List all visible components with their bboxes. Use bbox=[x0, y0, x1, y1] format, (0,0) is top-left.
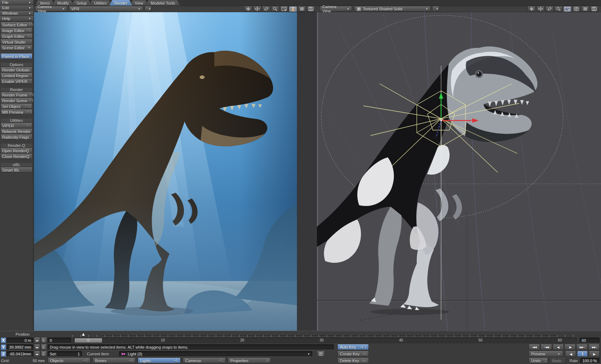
go-to-end-button[interactable]: ▶▶| bbox=[588, 344, 600, 350]
opengl-shaded-viewport[interactable] bbox=[317, 12, 601, 331]
mode-objects-button[interactable]: Objects+O bbox=[48, 358, 91, 363]
z-nudge-stepper[interactable]: ◀▶ bbox=[34, 351, 40, 357]
sidebar-item-image-editor[interactable]: Image EditorF6 bbox=[0, 28, 33, 33]
menu-help[interactable]: Help▼ bbox=[0, 16, 33, 21]
current-frame-marker-icon[interactable] bbox=[82, 333, 85, 336]
camera-button[interactable] bbox=[289, 6, 297, 12]
set-field[interactable]: Set: 1 bbox=[48, 351, 82, 357]
next-key-button[interactable]: ▶▶+ bbox=[576, 344, 587, 350]
right-render-mode-dropdown[interactable]: T Textured Shaded Solid ▼ bbox=[354, 6, 431, 11]
section-header-options: Options bbox=[0, 62, 33, 67]
current-frame-field[interactable]: 0 bbox=[48, 338, 71, 343]
timeline-slider[interactable]: 0102030405060 0 bbox=[73, 338, 577, 343]
sidebar-item-smart-ibl[interactable]: Smart IBL bbox=[0, 167, 33, 173]
sidebar-item-render-scene[interactable]: Render SceneF10 bbox=[0, 98, 33, 103]
pan-button[interactable] bbox=[244, 6, 252, 12]
rate-field[interactable]: 100.0 % bbox=[580, 358, 600, 364]
tab-setup[interactable]: Setup bbox=[71, 0, 92, 6]
end-frame-field[interactable]: 60 bbox=[580, 338, 600, 343]
transport-controls: |◀◀+◀◀◀||||▶▶▶+▶▶| bbox=[529, 344, 600, 350]
sidebar-item-sel-object[interactable]: Sel ObjectF11 bbox=[0, 104, 33, 109]
timeline-scrubber-handle[interactable]: 0 bbox=[74, 338, 102, 343]
sidebar-item-mb-preview[interactable]: MB Preview+F9 bbox=[0, 109, 33, 115]
sidebar-item-open-renderq[interactable]: Open RenderQ bbox=[0, 148, 33, 153]
x-envelope-button[interactable]: E bbox=[41, 338, 47, 343]
sidebar-item-enable-viper[interactable]: Enable VIPER bbox=[0, 79, 33, 84]
zoom-button[interactable] bbox=[554, 6, 562, 12]
save-button[interactable] bbox=[307, 6, 315, 12]
zoom-button[interactable] bbox=[271, 6, 279, 12]
menu-file[interactable]: File▼ bbox=[0, 0, 33, 5]
timeline-ticks[interactable] bbox=[73, 335, 577, 337]
right-view-type-dropdown[interactable]: Camera View ▼ bbox=[320, 6, 352, 11]
tab-modeler-tools[interactable]: Modeler Tools bbox=[146, 0, 180, 6]
sidebar-item-network-render[interactable]: Network Render bbox=[0, 129, 33, 134]
left-view-type-dropdown[interactable]: Camera View ▼ bbox=[35, 6, 67, 11]
go-to-start-button[interactable]: |◀◀ bbox=[529, 344, 540, 350]
move-button[interactable] bbox=[537, 6, 544, 12]
z-envelope-button[interactable]: E bbox=[41, 351, 47, 357]
rotate-button[interactable] bbox=[546, 6, 553, 12]
auto-key-shortcut: +F1 bbox=[358, 345, 366, 349]
rotate-button[interactable] bbox=[262, 6, 270, 12]
sidebar-item-render-frame[interactable]: Render FrameF9 bbox=[0, 92, 33, 98]
move-button[interactable] bbox=[253, 6, 261, 12]
delete-key-button[interactable]: Delete Key del bbox=[337, 358, 369, 364]
tab-view[interactable]: View bbox=[130, 0, 148, 6]
mode-bones-button[interactable]: Bones+B bbox=[93, 358, 136, 363]
menu-button[interactable] bbox=[298, 6, 306, 12]
left-viewport-options-dropdown[interactable]: ▼ bbox=[145, 6, 152, 11]
play-reverse-button[interactable]: ◀ bbox=[565, 351, 576, 357]
sidebar-item-graph-editor[interactable]: Graph Editor^F2 bbox=[0, 34, 33, 39]
sidebar-item-radiosity-flags[interactable]: Radiosity Flags bbox=[0, 134, 33, 140]
set-value: 1 bbox=[78, 352, 80, 356]
menu-windows[interactable]: Windows▼ bbox=[0, 11, 33, 16]
y-envelope-button[interactable]: E bbox=[41, 344, 47, 350]
sidebar-item-render-globals[interactable]: Render Globals bbox=[0, 67, 33, 73]
sidebar-item-scene-editor[interactable]: Scene Editor▼ bbox=[0, 45, 33, 50]
right-viewport-options-dropdown[interactable]: ▼ bbox=[432, 6, 439, 11]
sidebar-item-viper[interactable]: VIPERF7 bbox=[0, 123, 33, 128]
item-properties-button[interactable] bbox=[317, 351, 325, 357]
menu-edit[interactable]: Edit▼ bbox=[0, 5, 33, 11]
sidebar-item-label: Limited Region bbox=[2, 74, 28, 78]
sidebar-item-limited-region[interactable]: Limited Regionl bbox=[0, 73, 33, 78]
vpr-render-viewport[interactable] bbox=[34, 12, 317, 331]
tab-utilities[interactable]: Utilities bbox=[89, 0, 112, 6]
next-frame-button[interactable]: ||▶ bbox=[565, 344, 576, 350]
mode-lights-button[interactable]: Lights+L bbox=[138, 358, 181, 363]
sidebar-item-close-renderq[interactable]: Close RenderQ bbox=[0, 154, 33, 159]
pan-button[interactable] bbox=[528, 6, 536, 12]
mode-properties-button[interactable]: Propertiesp bbox=[228, 358, 271, 363]
sidebar-item-shortcut: F6 bbox=[24, 29, 31, 33]
previous-key-button[interactable]: +◀◀ bbox=[541, 344, 552, 350]
expand-button[interactable] bbox=[280, 6, 288, 12]
sidebar-item-surface-editor[interactable]: Surface EditorF5 bbox=[0, 22, 33, 28]
pause-button[interactable]: || bbox=[577, 351, 588, 357]
auto-key-button[interactable]: Auto Key +F1 bbox=[337, 344, 369, 350]
left-render-mode-dropdown[interactable]: VPR ▼ bbox=[69, 6, 143, 11]
y-nudge-stepper[interactable]: ◀▶ bbox=[34, 344, 40, 350]
current-item-dropdown[interactable]: Light (3) ▼ bbox=[119, 351, 312, 357]
axis-x-toggle[interactable]: X bbox=[1, 338, 6, 343]
x-nudge-stepper[interactable]: ◀▶ bbox=[34, 338, 40, 343]
sidebar-item-virtual-studio[interactable]: Virtual Studio bbox=[0, 39, 33, 45]
mode-cameras-button[interactable]: Cameras+C bbox=[183, 358, 226, 363]
position-y-field[interactable]: 39.9992 mm bbox=[7, 344, 33, 350]
redo-button[interactable]: Redo bbox=[549, 358, 566, 364]
camera-button[interactable] bbox=[572, 6, 580, 12]
sidebar-item-parent-in-place[interactable]: Parent in Place bbox=[0, 54, 33, 59]
axis-y-toggle[interactable]: Y bbox=[1, 344, 6, 350]
undo-button[interactable]: Undo ^Z bbox=[529, 358, 548, 364]
menu-button[interactable] bbox=[581, 6, 589, 12]
expand-button[interactable] bbox=[563, 6, 571, 12]
preview-dropdown[interactable]: Preview ▼ bbox=[529, 351, 563, 357]
create-key-button[interactable]: Create Key ret bbox=[337, 351, 369, 357]
tab-render[interactable]: Render bbox=[109, 0, 132, 6]
previous-frame-button[interactable]: ◀|| bbox=[553, 344, 564, 350]
position-z-field[interactable]: -65.0419mm bbox=[7, 351, 33, 357]
axis-z-toggle[interactable]: Z bbox=[1, 351, 6, 357]
save-button[interactable] bbox=[590, 6, 598, 12]
play-forward-button[interactable]: ▶ bbox=[589, 351, 600, 357]
position-x-field[interactable]: 0 m bbox=[7, 338, 33, 343]
